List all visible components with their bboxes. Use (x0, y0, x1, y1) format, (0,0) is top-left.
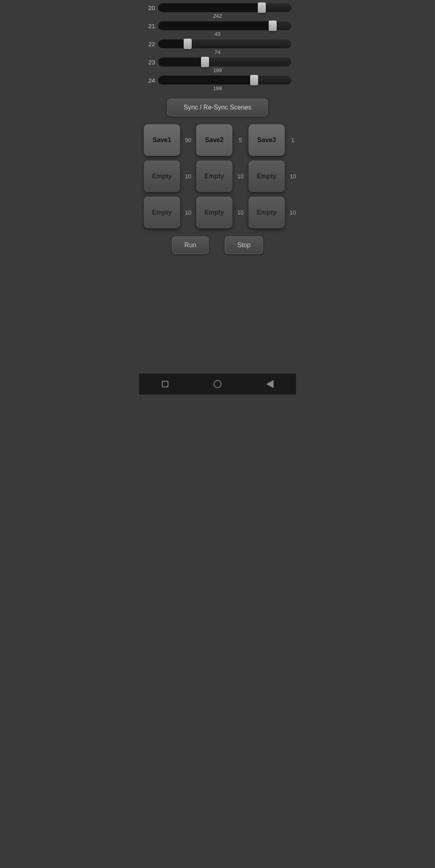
scene-button-1-1[interactable]: Empty (196, 161, 232, 192)
scene-cell-0-0: Save1 90 (144, 124, 196, 156)
slider-track-20[interactable] (158, 3, 291, 12)
sync-resync-button[interactable]: Sync / Re-Sync Scenes (167, 99, 268, 116)
scene-value-2-2: 10 (285, 209, 296, 216)
recents-icon[interactable] (157, 376, 173, 392)
slider-label-24: 24 (144, 77, 155, 84)
slider-24: 24 (144, 76, 291, 85)
scene-cell-2-0: Empty 10 (144, 197, 196, 228)
slider-value-21: 43 (144, 31, 291, 37)
scene-button-2-0[interactable]: Empty (144, 197, 180, 228)
scene-button-2-1[interactable]: Empty (196, 197, 232, 228)
scene-cell-1-0: Empty 10 (144, 161, 196, 192)
slider-value-20: 242 (144, 13, 291, 19)
scene-cell-1-2: Empty 10 (249, 161, 296, 192)
slider-value-24: 199 (144, 85, 291, 91)
scene-value-0-0: 90 (180, 137, 196, 143)
slider-value-22: 74 (144, 49, 291, 55)
scene-cell-2-2: Empty 10 (249, 197, 296, 228)
slider-label-22: 22 (144, 41, 155, 48)
slider-row-22: 22 74 (144, 39, 291, 55)
scene-value-1-0: 10 (180, 173, 196, 180)
slider-label-20: 20 (144, 4, 155, 11)
scene-button-0-2[interactable]: Save3 (249, 124, 285, 156)
scene-cell-1-1: Empty 10 (196, 161, 249, 192)
scene-row-2: Empty 10 Empty 10 Empty 10 (144, 197, 291, 228)
slider-track-22[interactable] (158, 39, 291, 48)
scene-button-1-0[interactable]: Empty (144, 161, 180, 192)
main-content: 20 242 21 43 22 (139, 0, 296, 374)
scene-grid-section: Save1 90 Save2 5 Save3 1 Empty 10 Empty … (144, 124, 291, 228)
sync-button-container: Sync / Re-Sync Scenes (144, 99, 291, 116)
scene-button-1-2[interactable]: Empty (249, 161, 285, 192)
slider-row-20: 20 242 (144, 3, 291, 19)
scene-cell-0-1: Save2 5 (196, 124, 249, 156)
scene-cell-0-2: Save3 1 (249, 124, 296, 156)
scene-row-1: Empty 10 Empty 10 Empty 10 (144, 161, 291, 192)
scene-row-0: Save1 90 Save2 5 Save3 1 (144, 124, 291, 156)
scene-button-0-1[interactable]: Save2 (196, 124, 232, 156)
slider-track-24[interactable] (158, 76, 291, 85)
scene-value-2-1: 10 (232, 209, 249, 216)
slider-23: 23 (144, 58, 291, 66)
slider-22: 22 (144, 39, 291, 48)
scene-value-1-2: 10 (285, 173, 296, 180)
back-icon[interactable] (262, 376, 278, 392)
scene-button-0-0[interactable]: Save1 (144, 124, 180, 156)
slider-track-23[interactable] (158, 58, 291, 66)
run-button[interactable]: Run (172, 236, 209, 254)
slider-20: 20 (144, 3, 291, 12)
slider-label-21: 21 (144, 23, 155, 29)
home-icon[interactable] (209, 376, 226, 392)
slider-row-23: 23 199 (144, 58, 291, 73)
scene-value-2-0: 10 (180, 209, 196, 216)
slider-value-23: 199 (144, 67, 291, 73)
run-stop-container: Run Stop (144, 236, 291, 254)
stop-button[interactable]: Stop (225, 236, 263, 254)
slider-row-21: 21 43 (144, 21, 291, 37)
slider-track-21[interactable] (158, 21, 291, 30)
nav-bar (139, 374, 296, 395)
slider-section: 20 242 21 43 22 (144, 3, 291, 91)
scene-button-2-2[interactable]: Empty (249, 197, 285, 228)
scene-value-0-1: 5 (232, 137, 249, 143)
scene-value-1-1: 10 (232, 173, 249, 180)
scene-value-0-2: 1 (285, 137, 296, 143)
slider-label-23: 23 (144, 59, 155, 66)
slider-row-24: 24 199 (144, 76, 291, 91)
scene-cell-2-1: Empty 10 (196, 197, 249, 228)
slider-21: 21 (144, 21, 291, 30)
